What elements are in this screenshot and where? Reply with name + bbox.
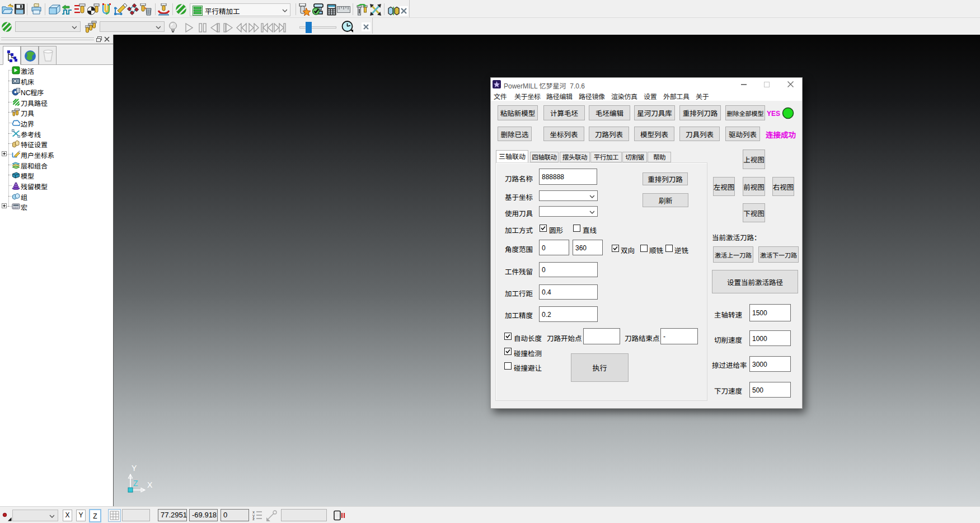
svg-text:X: X [147, 480, 153, 489]
svg-text:Y: Y [132, 465, 137, 473]
svg-text:z: z [252, 517, 255, 521]
svg-text:Z: Z [133, 479, 138, 488]
